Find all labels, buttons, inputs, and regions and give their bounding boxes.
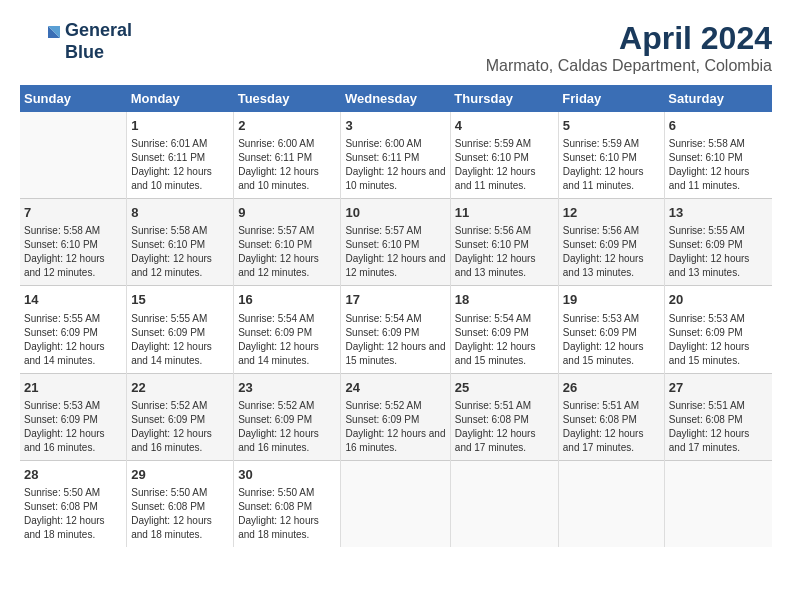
day-number: 10	[345, 204, 445, 222]
day-number: 28	[24, 466, 122, 484]
logo: General Blue	[20, 20, 132, 63]
cell-week4-day4: 25Sunrise: 5:51 AMSunset: 6:08 PMDayligh…	[450, 373, 558, 460]
day-number: 8	[131, 204, 229, 222]
week-row-4: 21Sunrise: 5:53 AMSunset: 6:09 PMDayligh…	[20, 373, 772, 460]
week-row-3: 14Sunrise: 5:55 AMSunset: 6:09 PMDayligh…	[20, 286, 772, 373]
day-info: Sunrise: 5:56 AMSunset: 6:10 PMDaylight:…	[455, 224, 554, 280]
day-number: 17	[345, 291, 445, 309]
cell-week5-day1: 29Sunrise: 5:50 AMSunset: 6:08 PMDayligh…	[127, 460, 234, 547]
day-info: Sunrise: 6:01 AMSunset: 6:11 PMDaylight:…	[131, 137, 229, 193]
day-number: 25	[455, 379, 554, 397]
day-info: Sunrise: 5:50 AMSunset: 6:08 PMDaylight:…	[131, 486, 229, 542]
day-number: 1	[131, 117, 229, 135]
day-info: Sunrise: 5:51 AMSunset: 6:08 PMDaylight:…	[563, 399, 660, 455]
cell-week2-day0: 7Sunrise: 5:58 AMSunset: 6:10 PMDaylight…	[20, 199, 127, 286]
day-info: Sunrise: 5:52 AMSunset: 6:09 PMDaylight:…	[238, 399, 336, 455]
day-info: Sunrise: 5:50 AMSunset: 6:08 PMDaylight:…	[238, 486, 336, 542]
cell-week3-day5: 19Sunrise: 5:53 AMSunset: 6:09 PMDayligh…	[558, 286, 664, 373]
day-info: Sunrise: 5:57 AMSunset: 6:10 PMDaylight:…	[238, 224, 336, 280]
day-number: 20	[669, 291, 768, 309]
logo-text: General Blue	[65, 20, 132, 63]
day-info: Sunrise: 5:55 AMSunset: 6:09 PMDaylight:…	[131, 312, 229, 368]
day-number: 19	[563, 291, 660, 309]
day-info: Sunrise: 5:58 AMSunset: 6:10 PMDaylight:…	[669, 137, 768, 193]
week-row-2: 7Sunrise: 5:58 AMSunset: 6:10 PMDaylight…	[20, 199, 772, 286]
cell-week5-day4	[450, 460, 558, 547]
day-number: 27	[669, 379, 768, 397]
day-number: 7	[24, 204, 122, 222]
day-info: Sunrise: 5:56 AMSunset: 6:09 PMDaylight:…	[563, 224, 660, 280]
day-number: 22	[131, 379, 229, 397]
month-title: April 2024	[486, 20, 772, 57]
calendar-table: Sunday Monday Tuesday Wednesday Thursday…	[20, 85, 772, 547]
day-info: Sunrise: 5:57 AMSunset: 6:10 PMDaylight:…	[345, 224, 445, 280]
cell-week2-day6: 13Sunrise: 5:55 AMSunset: 6:09 PMDayligh…	[664, 199, 772, 286]
header-monday: Monday	[127, 85, 234, 112]
cell-week1-day2: 2Sunrise: 6:00 AMSunset: 6:11 PMDaylight…	[234, 112, 341, 199]
day-info: Sunrise: 5:51 AMSunset: 6:08 PMDaylight:…	[669, 399, 768, 455]
day-info: Sunrise: 5:54 AMSunset: 6:09 PMDaylight:…	[238, 312, 336, 368]
cell-week5-day2: 30Sunrise: 5:50 AMSunset: 6:08 PMDayligh…	[234, 460, 341, 547]
day-info: Sunrise: 5:52 AMSunset: 6:09 PMDaylight:…	[345, 399, 445, 455]
cell-week4-day0: 21Sunrise: 5:53 AMSunset: 6:09 PMDayligh…	[20, 373, 127, 460]
cell-week3-day3: 17Sunrise: 5:54 AMSunset: 6:09 PMDayligh…	[341, 286, 450, 373]
cell-week1-day4: 4Sunrise: 5:59 AMSunset: 6:10 PMDaylight…	[450, 112, 558, 199]
day-info: Sunrise: 5:53 AMSunset: 6:09 PMDaylight:…	[24, 399, 122, 455]
header-row: Sunday Monday Tuesday Wednesday Thursday…	[20, 85, 772, 112]
cell-week2-day4: 11Sunrise: 5:56 AMSunset: 6:10 PMDayligh…	[450, 199, 558, 286]
day-info: Sunrise: 5:53 AMSunset: 6:09 PMDaylight:…	[669, 312, 768, 368]
cell-week2-day1: 8Sunrise: 5:58 AMSunset: 6:10 PMDaylight…	[127, 199, 234, 286]
day-number: 9	[238, 204, 336, 222]
location-title: Marmato, Caldas Department, Colombia	[486, 57, 772, 75]
cell-week5-day6	[664, 460, 772, 547]
header-friday: Friday	[558, 85, 664, 112]
day-number: 12	[563, 204, 660, 222]
cell-week2-day5: 12Sunrise: 5:56 AMSunset: 6:09 PMDayligh…	[558, 199, 664, 286]
header-thursday: Thursday	[450, 85, 558, 112]
day-number: 18	[455, 291, 554, 309]
logo-line2: Blue	[65, 42, 104, 62]
cell-week2-day3: 10Sunrise: 5:57 AMSunset: 6:10 PMDayligh…	[341, 199, 450, 286]
cell-week3-day1: 15Sunrise: 5:55 AMSunset: 6:09 PMDayligh…	[127, 286, 234, 373]
cell-week4-day1: 22Sunrise: 5:52 AMSunset: 6:09 PMDayligh…	[127, 373, 234, 460]
cell-week1-day0	[20, 112, 127, 199]
day-number: 3	[345, 117, 445, 135]
cell-week3-day0: 14Sunrise: 5:55 AMSunset: 6:09 PMDayligh…	[20, 286, 127, 373]
day-info: Sunrise: 5:58 AMSunset: 6:10 PMDaylight:…	[131, 224, 229, 280]
day-number: 13	[669, 204, 768, 222]
cell-week1-day5: 5Sunrise: 5:59 AMSunset: 6:10 PMDaylight…	[558, 112, 664, 199]
day-number: 6	[669, 117, 768, 135]
cell-week3-day4: 18Sunrise: 5:54 AMSunset: 6:09 PMDayligh…	[450, 286, 558, 373]
day-info: Sunrise: 5:53 AMSunset: 6:09 PMDaylight:…	[563, 312, 660, 368]
day-info: Sunrise: 5:59 AMSunset: 6:10 PMDaylight:…	[455, 137, 554, 193]
calendar-header: Sunday Monday Tuesday Wednesday Thursday…	[20, 85, 772, 112]
cell-week5-day5	[558, 460, 664, 547]
day-number: 16	[238, 291, 336, 309]
week-row-5: 28Sunrise: 5:50 AMSunset: 6:08 PMDayligh…	[20, 460, 772, 547]
day-number: 2	[238, 117, 336, 135]
cell-week4-day2: 23Sunrise: 5:52 AMSunset: 6:09 PMDayligh…	[234, 373, 341, 460]
cell-week4-day3: 24Sunrise: 5:52 AMSunset: 6:09 PMDayligh…	[341, 373, 450, 460]
header-tuesday: Tuesday	[234, 85, 341, 112]
day-number: 26	[563, 379, 660, 397]
cell-week4-day6: 27Sunrise: 5:51 AMSunset: 6:08 PMDayligh…	[664, 373, 772, 460]
cell-week3-day6: 20Sunrise: 5:53 AMSunset: 6:09 PMDayligh…	[664, 286, 772, 373]
day-number: 23	[238, 379, 336, 397]
day-number: 30	[238, 466, 336, 484]
week-row-1: 1Sunrise: 6:01 AMSunset: 6:11 PMDaylight…	[20, 112, 772, 199]
header-saturday: Saturday	[664, 85, 772, 112]
calendar-body: 1Sunrise: 6:01 AMSunset: 6:11 PMDaylight…	[20, 112, 772, 547]
cell-week2-day2: 9Sunrise: 5:57 AMSunset: 6:10 PMDaylight…	[234, 199, 341, 286]
day-info: Sunrise: 5:55 AMSunset: 6:09 PMDaylight:…	[24, 312, 122, 368]
day-info: Sunrise: 5:59 AMSunset: 6:10 PMDaylight:…	[563, 137, 660, 193]
day-info: Sunrise: 5:50 AMSunset: 6:08 PMDaylight:…	[24, 486, 122, 542]
header-wednesday: Wednesday	[341, 85, 450, 112]
day-number: 29	[131, 466, 229, 484]
day-number: 24	[345, 379, 445, 397]
day-number: 15	[131, 291, 229, 309]
cell-week3-day2: 16Sunrise: 5:54 AMSunset: 6:09 PMDayligh…	[234, 286, 341, 373]
day-number: 4	[455, 117, 554, 135]
day-number: 11	[455, 204, 554, 222]
day-number: 14	[24, 291, 122, 309]
page-header: General Blue April 2024 Marmato, Caldas …	[20, 20, 772, 75]
